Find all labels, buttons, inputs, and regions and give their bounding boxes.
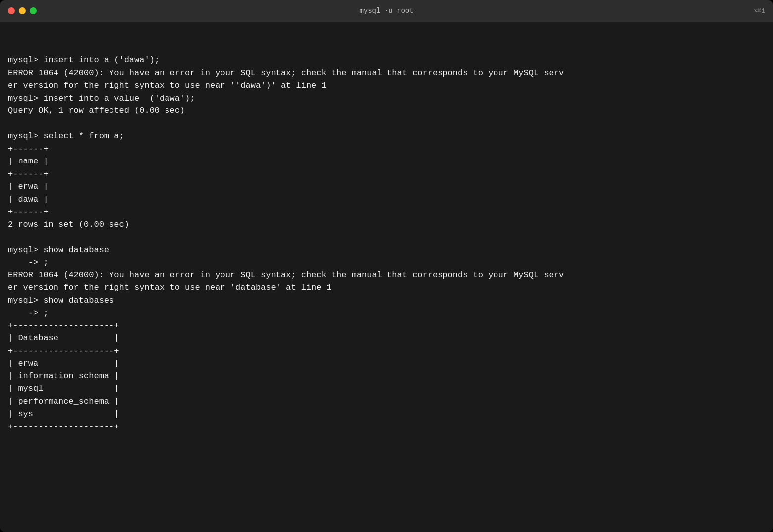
terminal-line: -> ; xyxy=(8,256,765,269)
terminal-line: | Database | xyxy=(8,332,765,345)
terminal-empty-line xyxy=(8,231,765,244)
maximize-button[interactable] xyxy=(30,7,37,14)
terminal-line: ERROR 1064 (42000): You have an error in… xyxy=(8,269,765,282)
traffic-lights xyxy=(8,7,37,14)
terminal-line: ERROR 1064 (42000): You have an error in… xyxy=(8,67,765,80)
terminal-line: -> ; xyxy=(8,307,765,319)
terminal-line: | mysql | xyxy=(8,382,765,395)
terminal-line: +------+ xyxy=(8,206,765,218)
terminal-line: | name | xyxy=(8,155,765,168)
terminal-line: mysql> insert into a ('dawa'); xyxy=(8,54,765,67)
terminal-line: 2 rows in set (0.00 sec) xyxy=(8,218,765,231)
terminal-line: | performance_schema | xyxy=(8,395,765,408)
terminal-line: +--------------------+ xyxy=(8,319,765,332)
title-bar: mysql -u root ⌥⌘1 xyxy=(0,0,773,22)
terminal-line: mysql> select * from a; xyxy=(8,130,765,143)
terminal-line: +--------------------+ xyxy=(8,421,765,433)
terminal-line: er version for the right syntax to use n… xyxy=(8,79,765,92)
close-button[interactable] xyxy=(8,7,15,14)
terminal-line: mysql> show database xyxy=(8,244,765,257)
terminal-line: +------+ xyxy=(8,143,765,156)
terminal-line: | sys | xyxy=(8,408,765,421)
terminal-line: Query OK, 1 row affected (0.00 sec) xyxy=(8,105,765,117)
terminal-window: mysql -u root ⌥⌘1 mysql> insert into a (… xyxy=(0,0,773,532)
window-title: mysql -u root xyxy=(359,7,413,15)
terminal-body[interactable]: mysql> insert into a ('dawa');ERROR 1064… xyxy=(0,22,773,532)
terminal-line: +------+ xyxy=(8,168,765,181)
shortcut-hint: ⌥⌘1 xyxy=(754,7,765,15)
minimize-button[interactable] xyxy=(19,7,26,14)
terminal-line: | dawa | xyxy=(8,193,765,206)
terminal-line: | erwa | xyxy=(8,357,765,370)
terminal-line: mysql> insert into a value ('dawa'); xyxy=(8,92,765,105)
terminal-line: | information_schema | xyxy=(8,370,765,383)
terminal-line: er version for the right syntax to use n… xyxy=(8,281,765,294)
terminal-line: | erwa | xyxy=(8,180,765,193)
terminal-empty-line xyxy=(8,117,765,130)
terminal-line: +--------------------+ xyxy=(8,345,765,358)
terminal-line: mysql> show databases xyxy=(8,294,765,307)
